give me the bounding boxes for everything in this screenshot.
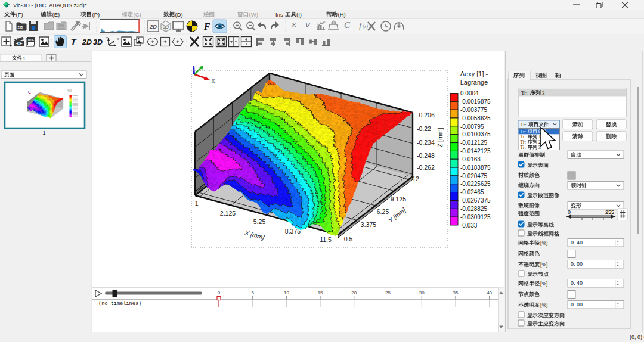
svg-text:2.125: 2.125 [220, 210, 236, 217]
svg-text:ν: ν [305, 19, 310, 29]
svg-text:-0.234: -0.234 [417, 139, 435, 146]
svg-text:10: 10 [284, 290, 289, 296]
svg-text:(H): (H) [338, 11, 346, 18]
svg-text:3.375: 3.375 [361, 221, 376, 228]
svg-text:y: y [106, 36, 108, 39]
svg-text:Tr:: Tr: [521, 122, 527, 128]
svg-text:-0.02465: -0.02465 [460, 189, 484, 195]
svg-text:[%]: [%] [540, 302, 547, 308]
svg-text:-0.0183875: -0.0183875 [460, 164, 491, 171]
svg-text:-0.012125: -0.012125 [460, 139, 487, 146]
svg-text:Tr:: Tr: [521, 139, 527, 145]
svg-text:-0.0100375: -0.0100375 [460, 131, 491, 138]
svg-text:-0.00795: -0.00795 [460, 123, 484, 130]
svg-text:[%]: [%] [540, 240, 547, 246]
svg-text:-0.0309125: -0.0309125 [460, 214, 491, 220]
svg-text:Lagrange: Lagrange [460, 79, 488, 86]
svg-text:(0, 0) 0.00, 0.0: (0, 0) 0.00, 0.0 [630, 334, 644, 340]
svg-text:Tr:: Tr: [521, 129, 527, 135]
svg-text:3: 3 [542, 90, 545, 96]
svg-text:-0.0163: -0.0163 [460, 156, 481, 163]
svg-text:0. 00: 0. 00 [571, 261, 583, 267]
svg-text:Tr:: Tr: [521, 134, 527, 139]
svg-text:5.25: 5.25 [253, 218, 266, 225]
svg-text:Tr:: Tr: [521, 145, 527, 150]
svg-text:[%]: [%] [540, 262, 547, 268]
svg-text:Vic-3D - (DIC_ABAQUS.z3d)*: Vic-3D - (DIC_ABAQUS.z3d)* [13, 2, 87, 8]
svg-text:(E): (E) [52, 11, 60, 18]
svg-text:9.125: 9.125 [391, 195, 406, 203]
svg-text:1: 1 [42, 130, 45, 136]
svg-text:-0.003775: -0.003775 [460, 107, 487, 113]
svg-text:1: 1 [23, 55, 26, 61]
svg-text:[%]: [%] [540, 281, 547, 287]
svg-text:0.0004: 0.0004 [460, 90, 479, 97]
svg-text:Iris: Iris [275, 11, 283, 18]
svg-text:Z [mm]: Z [mm] [436, 128, 444, 148]
svg-text:-0.0267375: -0.0267375 [460, 197, 491, 204]
svg-text:6.25: 6.25 [377, 208, 389, 215]
svg-text:20: 20 [351, 290, 357, 296]
svg-text:25: 25 [385, 290, 391, 296]
svg-text:-0.020475: -0.020475 [460, 173, 487, 179]
svg-text:0. 40: 0. 40 [571, 240, 583, 245]
svg-text:2D: 2D [82, 38, 92, 46]
svg-text:0: 0 [218, 290, 221, 296]
svg-text:5: 5 [251, 290, 254, 296]
svg-text:35: 35 [453, 290, 458, 296]
svg-text:-1: -1 [193, 200, 198, 207]
svg-text:0.5: 0.5 [344, 235, 353, 242]
svg-text:(P): (P) [92, 11, 100, 18]
svg-text:(F): (F) [16, 11, 23, 18]
svg-text:(x): (x) [363, 24, 368, 29]
svg-text:-0.0058625: -0.0058625 [460, 115, 491, 122]
svg-text:ε: ε [292, 19, 296, 29]
svg-text:C: C [344, 20, 351, 30]
svg-text:PDF: PDF [28, 38, 34, 42]
svg-text:(D): (D) [175, 11, 183, 18]
svg-text:-0.028825: -0.028825 [460, 206, 487, 212]
svg-text:-0.206: -0.206 [417, 111, 435, 119]
svg-text:-0.0016875: -0.0016875 [460, 98, 491, 105]
svg-text:-0.0142125: -0.0142125 [460, 148, 491, 154]
svg-text:(W): (W) [249, 11, 258, 18]
svg-text:-0.22: -0.22 [417, 125, 431, 132]
svg-text:11.5: 11.5 [320, 236, 332, 243]
svg-text:x: x [212, 77, 215, 84]
svg-text:3D: 3D [93, 38, 103, 46]
svg-text:30: 30 [419, 290, 425, 296]
svg-text:-0.033: -0.033 [460, 222, 478, 229]
svg-text:(I): (I) [296, 11, 302, 18]
svg-text:0. 40: 0. 40 [571, 280, 583, 286]
svg-text:F: F [203, 21, 210, 32]
svg-text:3D: 3D [163, 24, 169, 30]
svg-text:40: 40 [487, 290, 492, 296]
svg-text:x: x [117, 37, 119, 41]
svg-text:Δexy [1] -: Δexy [1] - [460, 70, 488, 77]
svg-text:-0.262: -0.262 [417, 164, 435, 171]
svg-text:12: 12 [412, 175, 419, 182]
svg-text:(C): (C) [134, 11, 141, 18]
svg-text:0: 0 [568, 209, 571, 215]
svg-text:-0.248: -0.248 [417, 152, 435, 159]
svg-text:255: 255 [605, 209, 614, 215]
svg-text:-0.0225625: -0.0225625 [460, 181, 491, 187]
svg-text:15: 15 [318, 290, 323, 296]
svg-text:Tr:: Tr: [521, 90, 528, 96]
svg-text:T: T [324, 20, 326, 24]
svg-text:8.375: 8.375 [285, 228, 301, 235]
svg-text:0. 00: 0. 00 [571, 301, 583, 307]
svg-text:(no timelines): (no timelines) [98, 301, 141, 307]
svg-text:Z3D: Z3D [18, 26, 24, 29]
svg-text:2D: 2D [149, 23, 157, 30]
